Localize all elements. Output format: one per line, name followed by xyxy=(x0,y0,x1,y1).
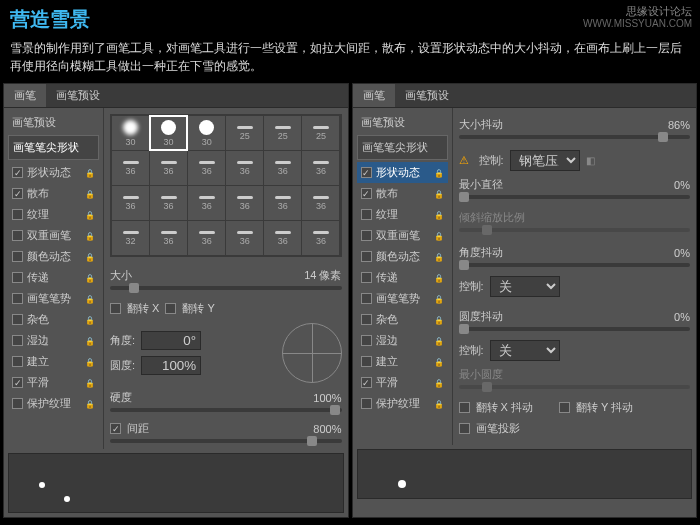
sidebar-build[interactable]: 建立 xyxy=(8,351,99,372)
brush-cell[interactable]: 36 xyxy=(112,151,149,185)
angle-input[interactable] xyxy=(141,331,201,350)
checkbox-icon[interactable] xyxy=(361,314,372,325)
sidebar-dual[interactable]: 双重画笔 xyxy=(357,225,448,246)
checkbox-icon[interactable] xyxy=(361,209,372,220)
checkbox-icon[interactable] xyxy=(361,167,372,178)
sidebar-protect[interactable]: 保护纹理 xyxy=(357,393,448,414)
checkbox-icon[interactable] xyxy=(12,167,23,178)
checkbox-icon[interactable] xyxy=(12,356,23,367)
brush-cell[interactable]: 36 xyxy=(188,221,225,255)
checkbox-icon[interactable] xyxy=(361,293,372,304)
sidebar-transfer[interactable]: 传递 xyxy=(8,267,99,288)
sidebar-texture[interactable]: 纹理 xyxy=(357,204,448,225)
brush-cell[interactable]: 36 xyxy=(226,221,263,255)
checkbox-icon[interactable] xyxy=(12,398,23,409)
sidebar-wet[interactable]: 湿边 xyxy=(8,330,99,351)
checkbox-icon[interactable] xyxy=(12,230,23,241)
link-icon[interactable]: ◧ xyxy=(586,155,598,167)
flipx-jitter-checkbox[interactable] xyxy=(459,402,470,413)
sidebar-preset[interactable]: 画笔预设 xyxy=(8,112,99,133)
sidebar-shape[interactable]: 形状动态 xyxy=(357,162,448,183)
sidebar-color[interactable]: 颜色动态 xyxy=(357,246,448,267)
sidebar-protect[interactable]: 保护纹理 xyxy=(8,393,99,414)
brush-cell[interactable]: 25 xyxy=(302,116,339,150)
checkbox-icon[interactable] xyxy=(361,377,372,388)
sidebar-tip[interactable]: 画笔笔尖形状 xyxy=(8,135,99,160)
checkbox-icon[interactable] xyxy=(12,293,23,304)
spacing-slider[interactable] xyxy=(110,439,342,443)
checkbox-icon[interactable] xyxy=(12,251,23,262)
checkbox-icon[interactable] xyxy=(12,335,23,346)
size-jitter-slider[interactable] xyxy=(459,135,691,139)
control2-select[interactable]: 关 xyxy=(490,276,560,297)
spacing-checkbox[interactable] xyxy=(110,423,121,434)
checkbox-icon[interactable] xyxy=(361,356,372,367)
brush-cell[interactable]: 36 xyxy=(188,151,225,185)
brush-cell[interactable]: 30 xyxy=(150,116,187,150)
brush-cell[interactable]: 25 xyxy=(264,116,301,150)
roundness-jitter-slider[interactable] xyxy=(459,327,691,331)
roundness-jitter-value[interactable]: 0% xyxy=(640,311,690,323)
checkbox-icon[interactable] xyxy=(361,251,372,262)
checkbox-icon[interactable] xyxy=(361,335,372,346)
control-select[interactable]: 钢笔压力 xyxy=(510,150,580,171)
tab-preset[interactable]: 画笔预设 xyxy=(395,84,459,107)
brush-cell[interactable]: 36 xyxy=(150,221,187,255)
sidebar-pose[interactable]: 画笔笔势 xyxy=(357,288,448,309)
brush-cell[interactable]: 36 xyxy=(302,221,339,255)
brush-cell[interactable]: 30 xyxy=(112,116,149,150)
sidebar-shape[interactable]: 形状动态 xyxy=(8,162,99,183)
tilt-slider[interactable] xyxy=(459,228,691,232)
brush-cell[interactable]: 36 xyxy=(150,186,187,220)
checkbox-icon[interactable] xyxy=(361,230,372,241)
min-diameter-slider[interactable] xyxy=(459,195,691,199)
checkbox-icon[interactable] xyxy=(361,398,372,409)
spacing-value[interactable]: 800% xyxy=(292,423,342,435)
checkbox-icon[interactable] xyxy=(361,272,372,283)
sidebar-wet[interactable]: 湿边 xyxy=(357,330,448,351)
min-roundness-slider[interactable] xyxy=(459,385,691,389)
hardness-slider[interactable] xyxy=(110,408,342,412)
checkbox-icon[interactable] xyxy=(12,377,23,388)
size-value[interactable]: 14 像素 xyxy=(292,268,342,283)
sidebar-misc[interactable]: 杂色 xyxy=(8,309,99,330)
sidebar-dual[interactable]: 双重画笔 xyxy=(8,225,99,246)
brush-cell[interactable]: 36 xyxy=(264,151,301,185)
brush-cell[interactable]: 36 xyxy=(226,151,263,185)
angle-jitter-value[interactable]: 0% xyxy=(640,247,690,259)
flipy-checkbox[interactable] xyxy=(165,303,176,314)
checkbox-icon[interactable] xyxy=(12,314,23,325)
brush-cell[interactable]: 36 xyxy=(150,151,187,185)
sidebar-transfer[interactable]: 传递 xyxy=(357,267,448,288)
tab-brush[interactable]: 画笔 xyxy=(4,84,46,107)
sidebar-scatter[interactable]: 散布 xyxy=(357,183,448,204)
angle-jitter-slider[interactable] xyxy=(459,263,691,267)
brush-cell[interactable]: 36 xyxy=(226,186,263,220)
size-jitter-value[interactable]: 86% xyxy=(640,119,690,131)
sidebar-smooth[interactable]: 平滑 xyxy=(357,372,448,393)
checkbox-icon[interactable] xyxy=(361,188,372,199)
sidebar-tip[interactable]: 画笔笔尖形状 xyxy=(357,135,448,160)
sidebar-build[interactable]: 建立 xyxy=(357,351,448,372)
hardness-value[interactable]: 100% xyxy=(292,392,342,404)
checkbox-icon[interactable] xyxy=(12,272,23,283)
tab-brush[interactable]: 画笔 xyxy=(353,84,395,107)
sidebar-misc[interactable]: 杂色 xyxy=(357,309,448,330)
sidebar-pose[interactable]: 画笔笔势 xyxy=(8,288,99,309)
flipy-jitter-checkbox[interactable] xyxy=(559,402,570,413)
sidebar-scatter[interactable]: 散布 xyxy=(8,183,99,204)
brush-projection-checkbox[interactable] xyxy=(459,423,470,434)
angle-widget[interactable] xyxy=(282,323,342,383)
sidebar-smooth[interactable]: 平滑 xyxy=(8,372,99,393)
brush-cell[interactable]: 36 xyxy=(188,186,225,220)
min-diameter-value[interactable]: 0% xyxy=(640,179,690,191)
brush-cell[interactable]: 36 xyxy=(264,186,301,220)
checkbox-icon[interactable] xyxy=(12,209,23,220)
brush-cell[interactable]: 36 xyxy=(302,186,339,220)
sidebar-texture[interactable]: 纹理 xyxy=(8,204,99,225)
brush-cell[interactable]: 32 xyxy=(112,221,149,255)
brush-cell[interactable]: 30 xyxy=(188,116,225,150)
roundness-input[interactable] xyxy=(141,356,201,375)
brush-cell[interactable]: 36 xyxy=(264,221,301,255)
brush-cell[interactable]: 25 xyxy=(226,116,263,150)
